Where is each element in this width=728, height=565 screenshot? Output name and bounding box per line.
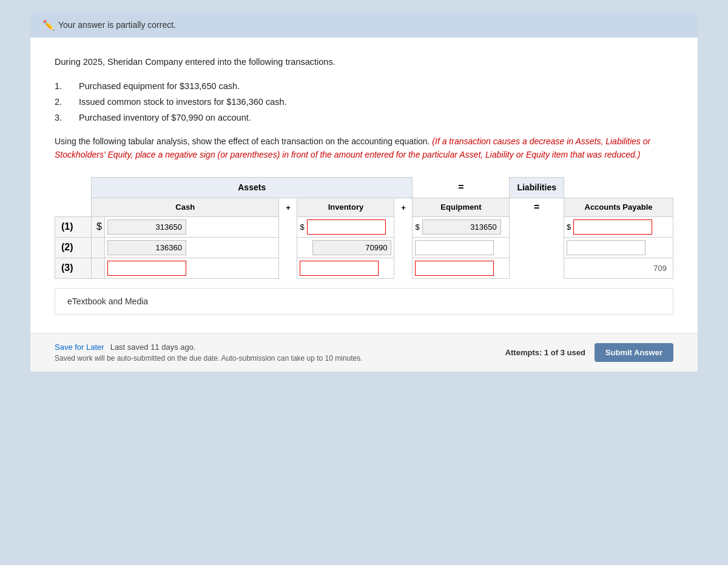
row3-ap-cell: 709 <box>564 258 673 278</box>
instruction-text: Using the following tabular analysis, sh… <box>55 135 673 162</box>
plus2-subheader: + <box>394 198 413 217</box>
transaction-list: 1. Purchased equipment for $313,650 cash… <box>55 81 673 122</box>
plus1-subheader: + <box>279 198 297 217</box>
content-area: During 2025, Sheridan Company entered in… <box>30 38 698 333</box>
row3-inventory-cell[interactable] <box>297 258 394 278</box>
transaction-text-2: Issued common stock to investors for $13… <box>79 97 287 107</box>
row3-cash-cell[interactable] <box>104 258 279 278</box>
row2-plus2 <box>394 237 413 258</box>
status-text: Your answer is partially correct. <box>58 20 176 30</box>
assets-header: Assets <box>92 177 413 198</box>
main-container: ✏️ Your answer is partially correct. Dur… <box>30 12 698 372</box>
empty-subheader <box>55 198 92 217</box>
equals-subheader: = <box>510 198 564 217</box>
table-header-row: Assets = Liabilities <box>55 177 673 198</box>
equipment-subheader: Equipment <box>413 198 510 217</box>
row2-cash-dollar <box>92 237 105 258</box>
transaction-text-1: Purchased equipment for $313,650 cash. <box>79 81 240 91</box>
save-row: Save for Later Last saved 11 days ago. <box>55 343 363 352</box>
row2-equals <box>510 237 564 258</box>
row2-plus1 <box>279 237 297 258</box>
row2-cash-input <box>107 240 186 255</box>
row1-equipment-cell: $ <box>413 216 510 237</box>
cash-subheader: Cash <box>92 198 279 217</box>
row2-equipment-cell[interactable] <box>413 237 510 258</box>
auto-submit-text: Saved work will be auto-submitted on the… <box>55 354 363 363</box>
accounts-payable-subheader: Accounts Payable <box>564 198 673 217</box>
row1-equals <box>510 216 564 237</box>
last-saved-text: Last saved 11 days ago. <box>110 343 196 352</box>
row1-inventory-input[interactable] <box>307 219 386 235</box>
attempts-text: Attempts: 1 of 3 used <box>505 348 585 357</box>
submit-button[interactable]: Submit Answer <box>595 343 673 362</box>
row1-plus1 <box>279 216 297 237</box>
footer-bar: Save for Later Last saved 11 days ago. S… <box>30 333 698 372</box>
instruction-start: Using the following tabular analysis, sh… <box>55 136 432 146</box>
row1-ap-cell[interactable]: $ <box>564 216 673 237</box>
problem-intro: During 2025, Sheridan Company entered in… <box>55 56 673 69</box>
row3-equals <box>510 258 564 278</box>
row3-plus1 <box>279 258 297 278</box>
footer-left: Save for Later Last saved 11 days ago. S… <box>55 343 363 363</box>
transaction-item-1: 1. Purchased equipment for $313,650 cash… <box>55 81 673 91</box>
row2-ap-cell[interactable] <box>564 237 673 258</box>
row2-cash-cell <box>104 237 279 258</box>
row1-equip-dollar: $ <box>415 222 422 232</box>
row1-plus2 <box>394 216 413 237</box>
table-row-2: (2) <box>55 237 673 258</box>
row1-cash-input <box>107 219 186 235</box>
row2-inventory-cell <box>297 237 394 258</box>
transaction-num-1: 1. <box>55 81 67 91</box>
row3-cash-input[interactable] <box>107 261 186 276</box>
transaction-num-3: 3. <box>55 113 67 122</box>
table-subheader-row: Cash + Inventory + Equipment = Accounts … <box>55 198 673 217</box>
accounting-table: Assets = Liabilities Cash + Inventory + … <box>55 177 673 279</box>
status-banner: ✏️ Your answer is partially correct. <box>30 12 698 38</box>
table-row-3: (3) 709 <box>55 258 673 278</box>
transaction-num-2: 2. <box>55 97 67 107</box>
inventory-subheader: Inventory <box>297 198 394 217</box>
row1-cash-dollar: $ <box>92 216 105 237</box>
row1-inventory-cell[interactable]: $ <box>297 216 394 237</box>
row3-plus2 <box>394 258 413 278</box>
save-link[interactable]: Save for Later <box>55 343 104 352</box>
pencil-icon: ✏️ <box>42 19 53 30</box>
equals-header: = <box>413 177 510 198</box>
transaction-item-2: 2. Issued common stock to investors for … <box>55 97 673 107</box>
row3-ap-value: 709 <box>653 264 670 273</box>
row1-cash-cell[interactable] <box>104 216 279 237</box>
etextbook-link[interactable]: eTextbook and Media <box>67 296 148 306</box>
footer-right: Attempts: 1 of 3 used Submit Answer <box>505 343 673 362</box>
row3-inventory-input[interactable] <box>300 261 379 276</box>
row3-equipment-cell[interactable] <box>413 258 510 278</box>
row2-ap-input[interactable] <box>567 240 645 255</box>
row1-equipment-input <box>422 219 501 235</box>
row3-equipment-input[interactable] <box>415 261 494 276</box>
row1-ap-input[interactable] <box>573 219 652 235</box>
row1-label: (1) <box>55 216 92 237</box>
row3-cash-dollar <box>92 258 105 278</box>
row1-inv-dollar: $ <box>300 222 306 232</box>
row2-inventory-input <box>312 240 391 255</box>
empty-header <box>55 177 92 198</box>
row2-label: (2) <box>55 237 92 258</box>
etextbook-section: eTextbook and Media <box>55 288 673 315</box>
table-row-1: (1) $ $ <box>55 216 673 237</box>
transaction-item-3: 3. Purchased inventory of $70,990 on acc… <box>55 113 673 122</box>
liabilities-header: Liabilities <box>510 177 564 198</box>
row2-equipment-input[interactable] <box>415 240 494 255</box>
row1-ap-dollar: $ <box>567 222 573 232</box>
transaction-text-3: Purchased inventory of $70,990 on accoun… <box>79 113 251 122</box>
row3-label: (3) <box>55 258 92 278</box>
